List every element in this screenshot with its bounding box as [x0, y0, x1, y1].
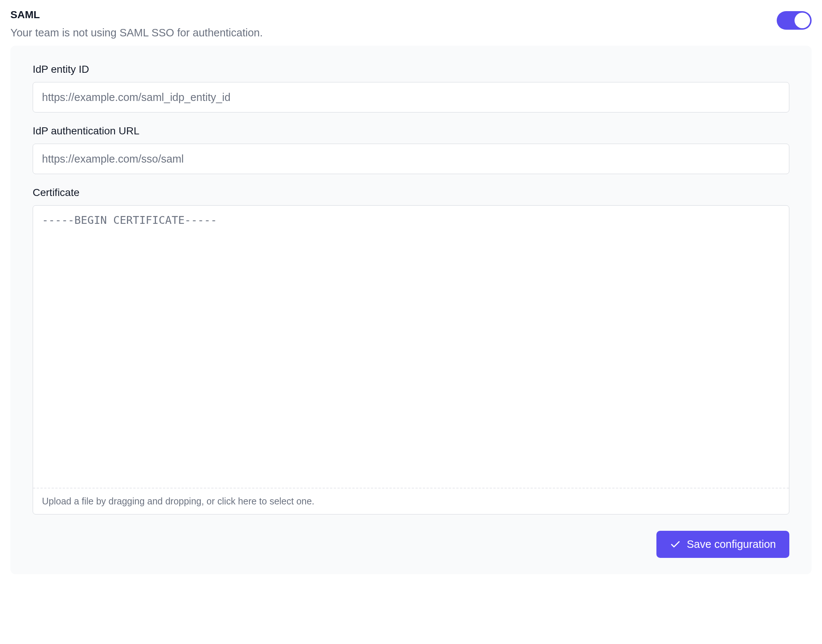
header-text-block: SAML Your team is not using SAML SSO for… — [11, 9, 263, 39]
idp-auth-url-field: IdP authentication URL — [33, 125, 789, 174]
saml-config-panel: IdP entity ID IdP authentication URL Cer… — [11, 46, 811, 574]
save-configuration-button[interactable]: Save configuration — [656, 531, 789, 558]
save-button-label: Save configuration — [687, 538, 776, 550]
certificate-label: Certificate — [33, 187, 789, 199]
toggle-knob — [794, 12, 810, 28]
idp-auth-url-input[interactable] — [33, 144, 789, 174]
idp-entity-input[interactable] — [33, 82, 789, 112]
idp-entity-label: IdP entity ID — [33, 63, 789, 75]
idp-entity-field: IdP entity ID — [33, 63, 789, 112]
idp-auth-url-label: IdP authentication URL — [33, 125, 789, 137]
saml-header: SAML Your team is not using SAML SSO for… — [11, 9, 811, 39]
check-icon — [670, 539, 681, 550]
certificate-box: Upload a file by dragging and dropping, … — [33, 205, 789, 514]
saml-toggle[interactable] — [777, 11, 811, 30]
section-subtitle: Your team is not using SAML SSO for auth… — [11, 27, 263, 39]
certificate-upload-dropzone[interactable]: Upload a file by dragging and dropping, … — [33, 488, 789, 514]
certificate-field: Certificate Upload a file by dragging an… — [33, 187, 789, 514]
section-title: SAML — [11, 9, 263, 21]
certificate-textarea[interactable] — [33, 205, 789, 488]
button-row: Save configuration — [33, 531, 789, 558]
